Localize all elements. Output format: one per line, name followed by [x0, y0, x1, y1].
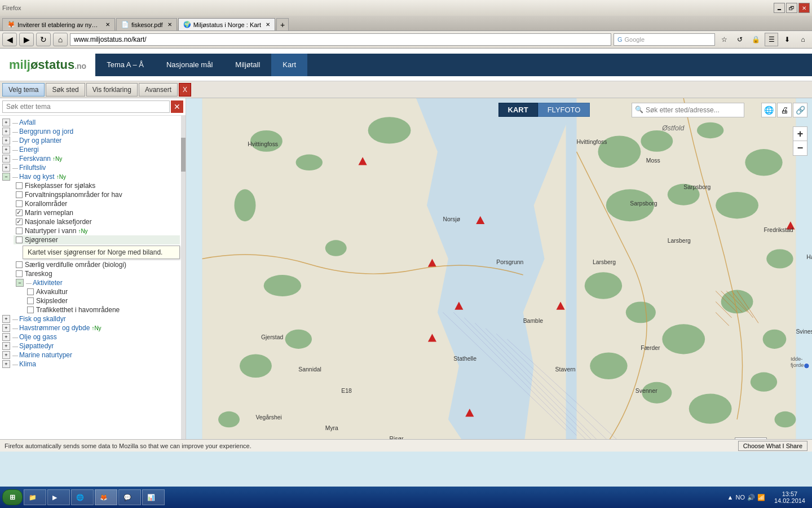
expand-avfall[interactable]: +: [2, 119, 10, 126]
expand-olje[interactable]: +: [2, 333, 10, 341]
checkbox-forvaltning[interactable]: [16, 191, 23, 198]
taskbar-firefox[interactable]: 🦊: [95, 489, 117, 505]
reload-button[interactable]: ↻: [36, 33, 51, 46]
expand-hav[interactable]: −: [2, 173, 10, 181]
tree-item-korall[interactable]: Korallområder: [14, 199, 180, 208]
checkbox-fiskeplasser[interactable]: [16, 182, 23, 189]
lock-icon[interactable]: 🔒: [749, 33, 762, 46]
sok-sted-button[interactable]: Søk sted: [46, 83, 85, 97]
site-logo[interactable]: miljøstatus.no: [0, 53, 95, 77]
map-search-input[interactable]: [632, 103, 744, 117]
map-share-icon[interactable]: 🔗: [793, 103, 807, 117]
downloads-button[interactable]: ⬇: [780, 33, 794, 46]
taskbar-media[interactable]: ▶: [47, 489, 70, 505]
checkbox-naturtyper[interactable]: [16, 227, 23, 234]
tree-item-hav[interactable]: − — Hav og kyst ↑Ny: [0, 172, 180, 181]
tree-item-skipsleder[interactable]: Skipsleder: [25, 296, 180, 305]
vis-forklaring-button[interactable]: Vis forklaring: [86, 83, 138, 97]
expand-energi[interactable]: +: [2, 146, 10, 154]
checkbox-skipsleder[interactable]: [27, 297, 34, 304]
tree-item-forvaltning[interactable]: Forvaltningsplanområder for hav: [14, 190, 180, 199]
forward-button[interactable]: ▶: [19, 33, 34, 46]
close-button[interactable]: ✕: [798, 3, 810, 13]
tree-item-aktiviteter[interactable]: − — Aktiviteter: [14, 278, 180, 287]
tree-item-tareskog[interactable]: Tareskog: [14, 269, 180, 278]
nav-nasjonale[interactable]: Nasjonale mål: [155, 54, 224, 76]
map-background[interactable]: Hvittingfoss Hvittingfoss Moss Sarpsborg…: [186, 98, 812, 452]
expand-klima[interactable]: +: [2, 360, 10, 368]
expand-berggrunn[interactable]: +: [2, 128, 10, 135]
search-box[interactable]: G Google: [614, 33, 715, 46]
tab-2[interactable]: 📄 fiskesor.pdf ✕: [116, 18, 177, 30]
checkbox-marin[interactable]: [16, 209, 23, 216]
sidebar-search-input[interactable]: [2, 100, 170, 113]
avansert-button[interactable]: Avansert: [139, 83, 178, 97]
tree-item-marine[interactable]: + — Marine naturtyper: [0, 351, 180, 360]
tree-item-marin[interactable]: Marin verneplan: [14, 208, 180, 217]
tree-item-friluftsliv[interactable]: + — Friluftsliv: [0, 163, 180, 172]
tree-item-sjogrenser[interactable]: Sjøgrenser: [14, 235, 180, 244]
home-nav-button[interactable]: ⌂: [796, 33, 810, 46]
tab-2-close[interactable]: ✕: [167, 21, 172, 28]
checkbox-akvakultur[interactable]: [27, 288, 34, 295]
refresh-icon[interactable]: ↺: [733, 33, 747, 46]
expand-friluftsliv[interactable]: +: [2, 164, 10, 172]
tree-item-fisk[interactable]: + — Fisk og skalldyr: [0, 314, 180, 323]
nav-kart[interactable]: Kart: [271, 54, 307, 76]
search-clear-button[interactable]: ✕: [171, 100, 183, 113]
nav-miljotall[interactable]: Miljøtall: [224, 54, 271, 76]
checkbox-laksefjorder[interactable]: [16, 218, 23, 225]
tree-item-berggrunn[interactable]: + — Berggrunn og jord: [0, 127, 180, 136]
tree-item-avfall[interactable]: + — Avfall: [0, 118, 180, 127]
tree-item-naturtyper[interactable]: Naturtyper i vann ↑Ny: [14, 226, 180, 235]
start-button[interactable]: ⊞: [2, 489, 23, 505]
tree-item-klima[interactable]: + — Klima: [0, 360, 180, 369]
minimize-button[interactable]: 🗕: [774, 3, 785, 13]
tab-3[interactable]: 🌍 Miljøstatus i Norge : Kart ✕: [178, 18, 275, 30]
tree-item-dyr[interactable]: + — Dyr og planter: [0, 136, 180, 145]
expand-sjopattedyr[interactable]: +: [2, 342, 10, 350]
address-bar[interactable]: www.miljostatus.no/kart/: [70, 33, 611, 46]
expand-marine[interactable]: +: [2, 351, 10, 359]
taskbar-office[interactable]: 📊: [142, 489, 165, 505]
nav-tema[interactable]: Tema A – Å: [95, 54, 155, 76]
expand-ferskvann[interactable]: +: [2, 155, 10, 163]
restore-button[interactable]: 🗗: [786, 3, 797, 13]
checkbox-trafikketthet[interactable]: [27, 306, 34, 313]
zoom-out-button[interactable]: −: [793, 141, 807, 156]
tree-item-akvakultur[interactable]: Akvakultur: [25, 287, 180, 296]
map-layers-icon[interactable]: 🌐: [761, 103, 776, 117]
bookmark-star-icon[interactable]: ☆: [717, 33, 731, 46]
system-tray[interactable]: ▲ NO 🔊 📶: [727, 494, 765, 501]
sidebar-scrollbar[interactable]: [181, 115, 186, 452]
expand-aktiviteter[interactable]: −: [16, 279, 24, 287]
home-button[interactable]: ⌂: [53, 33, 68, 46]
system-clock[interactable]: 13:57 14.02.2014: [770, 491, 810, 504]
expand-havstrommer[interactable]: +: [2, 324, 10, 332]
kart-button[interactable]: KART: [498, 103, 538, 117]
tab-1[interactable]: 🦊 Inviterer til etablering av nye fredni…: [2, 18, 115, 30]
flyfoto-button[interactable]: FLYFOTO: [538, 103, 590, 117]
choose-share-button[interactable]: Choose What I Share: [738, 441, 807, 451]
tree-item-laksefjorder[interactable]: Nasjonale laksefjorder: [14, 217, 180, 226]
checkbox-sjogrenser[interactable]: [16, 237, 23, 243]
tree-item-fiskeplasser[interactable]: Fiskeplasser for sjølaks: [14, 181, 180, 190]
expand-dyr[interactable]: +: [2, 137, 10, 144]
checkbox-tareskog[interactable]: [16, 270, 23, 277]
taskbar-browser[interactable]: 🌐: [71, 489, 94, 505]
checkbox-korall[interactable]: [16, 200, 23, 207]
map-area[interactable]: Hvittingfoss Hvittingfoss Moss Sarpsborg…: [186, 98, 812, 452]
expand-fisk[interactable]: +: [2, 315, 10, 323]
zoom-in-button[interactable]: +: [793, 126, 807, 141]
scrollbar-thumb[interactable]: [181, 138, 186, 172]
velg-tema-button[interactable]: Velg tema: [2, 83, 45, 97]
back-button[interactable]: ◀: [2, 33, 17, 46]
checkbox-saerlig[interactable]: [16, 261, 23, 268]
tree-item-havstrommer[interactable]: + — Havstrømmer og dybde ↑Ny: [0, 323, 180, 332]
menu-button[interactable]: ☰: [765, 33, 778, 46]
tree-item-sjopattedyr[interactable]: + — Sjøpattedyr: [0, 341, 180, 351]
tree-item-energi[interactable]: + — Energi: [0, 145, 180, 154]
new-tab-button[interactable]: +: [276, 18, 289, 30]
tree-item-trafikketthet[interactable]: Trafikketthet i havområdene: [25, 305, 180, 314]
taskbar-skype[interactable]: 💬: [118, 489, 141, 505]
